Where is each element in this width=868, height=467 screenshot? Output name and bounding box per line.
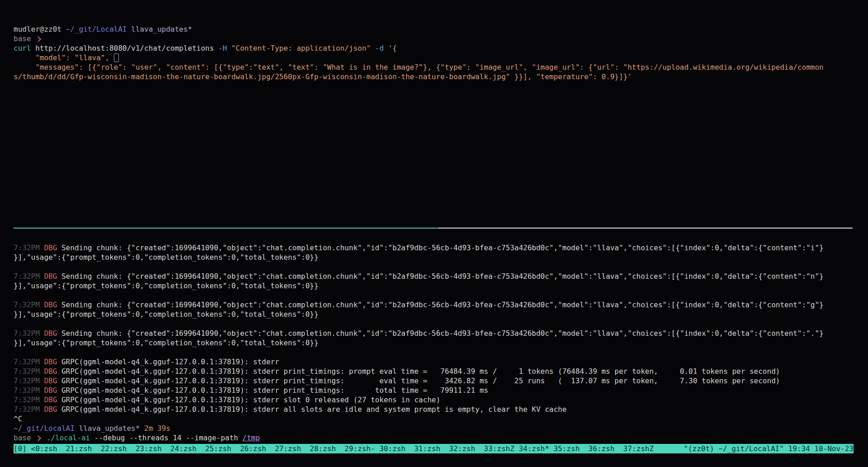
terminal-line: 7:32PM DBG GRPC(ggml-model-q4_k.gguf-127…	[14, 376, 866, 386]
terminal-text: ./local-ai	[47, 434, 90, 442]
terminal-text: "Content-Type: application/json"	[231, 44, 371, 52]
terminal-text	[42, 434, 47, 442]
terminal-line: 7:32PM DBG Sending chunk: {"created":169…	[14, 300, 866, 310]
tmux-window-list[interactable]: [0] <0:zsh 21:zsh 22:zsh 23:zsh 24:zsh 2…	[14, 444, 654, 453]
terminal-line: 7:32PM DBG GRPC(ggml-model-q4_k.gguf-127…	[14, 386, 866, 395]
terminal-text: 7:32PM	[14, 272, 40, 281]
terminal-text: }],"usage":{"prompt_tokens":0,"completio…	[14, 253, 318, 262]
terminal-line: 7:32PM DBG GRPC(ggml-model-q4_k.gguf-127…	[14, 405, 866, 414]
terminal-line: 7:32PM DBG Sending chunk: {"created":169…	[14, 243, 866, 253]
terminal-line: 7:32PM DBG GRPC(ggml-model-q4_k.gguf-127…	[14, 367, 866, 376]
top-pane: mudler@zz0t ~/_git/LocalAI llava_updates…	[14, 24, 866, 81]
terminal-line: mudler@zz0t ~/_git/LocalAI llava_updates…	[14, 24, 866, 34]
terminal-text: -H	[218, 44, 227, 52]
terminal-text: ^C	[14, 415, 22, 423]
text-cursor	[114, 53, 119, 62]
terminal-line: curl http://localhost:8080/v1/chat/compl…	[14, 43, 866, 53]
terminal-line: 7:32PM DBG GRPC(ggml-model-q4_k.gguf-127…	[14, 357, 866, 367]
pane-divider[interactable]	[14, 228, 854, 229]
terminal-text	[40, 376, 44, 385]
terminal-text	[40, 357, 44, 366]
terminal-text: Sending chunk: {"created":1699641090,"ob…	[57, 329, 823, 338]
terminal-text: DBG	[44, 272, 57, 281]
terminal-text: GRPC(ggml-model-q4_k.gguf-127.0.0.1:3781…	[57, 405, 566, 414]
terminal-line: }],"usage":{"prompt_tokens":0,"completio…	[14, 253, 866, 262]
prompt-chevron-icon	[35, 435, 41, 441]
terminal-text: Sending chunk: {"created":1699641090,"ob…	[57, 272, 823, 281]
terminal-text: llava_updates*	[131, 25, 192, 33]
terminal-text	[384, 44, 388, 52]
terminal-text: GRPC(ggml-model-q4_k.gguf-127.0.0.1:3781…	[57, 367, 780, 376]
pane-divider-inactive-segment	[439, 228, 853, 229]
terminal-text: GRPC(ggml-model-q4_k.gguf-127.0.0.1:3781…	[57, 357, 279, 366]
terminal-text: }],"usage":{"prompt_tokens":0,"completio…	[14, 281, 318, 290]
terminal-line: }],"usage":{"prompt_tokens":0,"completio…	[14, 338, 866, 348]
terminal-text: '{	[388, 44, 396, 52]
terminal-text: 7:32PM	[14, 405, 40, 414]
terminal-text: DBG	[44, 405, 57, 414]
tmux-session-info: "(zz0t) ~/_git/LocalAI" 19:34 10-Nov-23	[684, 444, 854, 453]
terminal-line	[14, 348, 866, 357]
tmp-path-link[interactable]: /tmp	[242, 434, 260, 442]
terminal-line: base	[14, 34, 866, 43]
terminal-text	[127, 25, 131, 33]
terminal-text	[40, 386, 44, 395]
terminal-text: --debug --threads 14 --image-path	[90, 434, 242, 442]
terminal-line: 7:32PM DBG Sending chunk: {"created":169…	[14, 272, 866, 281]
terminal-text: Sending chunk: {"created":1699641090,"ob…	[57, 243, 823, 252]
terminal-text	[40, 243, 44, 252]
terminal-text	[371, 44, 375, 52]
terminal-line: 7:32PM DBG Sending chunk: {"created":169…	[14, 329, 866, 338]
terminal-line: }],"usage":{"prompt_tokens":0,"completio…	[14, 310, 866, 319]
terminal-text: }],"usage":{"prompt_tokens":0,"completio…	[14, 310, 318, 319]
terminal-text: DBG	[44, 396, 57, 404]
terminal-line: }],"usage":{"prompt_tokens":0,"completio…	[14, 281, 866, 291]
terminal-line: s/thumb/d/dd/Gfp-wisconsin-madison-the-n…	[14, 72, 866, 81]
terminal-line: base ./local-ai --debug --threads 14 --i…	[14, 433, 866, 443]
terminal-text	[227, 44, 231, 52]
terminal-text: DBG	[44, 357, 57, 366]
terminal-text: DBG	[44, 329, 57, 338]
terminal-text: DBG	[44, 376, 57, 385]
terminal-line	[14, 262, 866, 272]
terminal-line: ~/_git/LocalAI llava_updates* 2m 39s	[14, 424, 866, 433]
terminal-text	[40, 272, 44, 281]
terminal-text: DBG	[44, 243, 57, 252]
terminal-text: 7:32PM	[14, 357, 40, 366]
terminal-text: GRPC(ggml-model-q4_k.gguf-127.0.0.1:3781…	[57, 376, 780, 385]
terminal-text: DBG	[44, 300, 57, 309]
terminal-text: llava_updates*	[79, 424, 140, 433]
terminal-line: ^C	[14, 414, 866, 424]
terminal-text	[75, 424, 79, 433]
terminal-text: 7:32PM	[14, 396, 40, 404]
terminal-text: GRPC(ggml-model-q4_k.gguf-127.0.0.1:3781…	[57, 386, 488, 395]
terminal-text: ~/_git/LocalAI	[14, 424, 75, 433]
prompt-chevron-icon	[35, 36, 41, 42]
terminal-screen: mudler@zz0t ~/_git/LocalAI llava_updates…	[0, 0, 868, 467]
terminal-text: base	[14, 34, 35, 43]
terminal-text: mudler@zz0t	[14, 25, 66, 33]
terminal-text	[40, 405, 44, 414]
terminal-line: "model": "llava",	[14, 53, 866, 62]
terminal-text: base	[14, 434, 35, 442]
terminal-line	[14, 291, 866, 300]
terminal-text	[40, 396, 44, 404]
terminal-text: 7:32PM	[14, 329, 40, 338]
terminal-line: 7:32PM DBG GRPC(ggml-model-q4_k.gguf-127…	[14, 395, 866, 405]
terminal-text: 7:32PM	[14, 376, 40, 385]
terminal-text: 7:32PM	[14, 300, 40, 309]
terminal-text: }],"usage":{"prompt_tokens":0,"completio…	[14, 338, 318, 347]
terminal-text: 7:32PM	[14, 367, 40, 376]
terminal-line: "messages": [{"role": "user", "content":…	[14, 62, 866, 72]
terminal-text: 7:32PM	[14, 386, 40, 395]
terminal-text	[40, 367, 44, 376]
terminal-text: 7:32PM	[14, 243, 40, 252]
terminal-text: GRPC(ggml-model-q4_k.gguf-127.0.0.1:3781…	[57, 396, 440, 404]
terminal-text: ~/_git/LocalAI	[66, 25, 127, 33]
terminal-text: 2m 39s	[144, 424, 170, 433]
pane-divider-active-segment	[14, 228, 439, 229]
terminal-text	[40, 329, 44, 338]
tmux-status-bar[interactable]: [0] <0:zsh 21:zsh 22:zsh 23:zsh 24:zsh 2…	[14, 444, 854, 453]
terminal-text: DBG	[44, 386, 57, 395]
terminal-text: curl	[14, 44, 31, 52]
